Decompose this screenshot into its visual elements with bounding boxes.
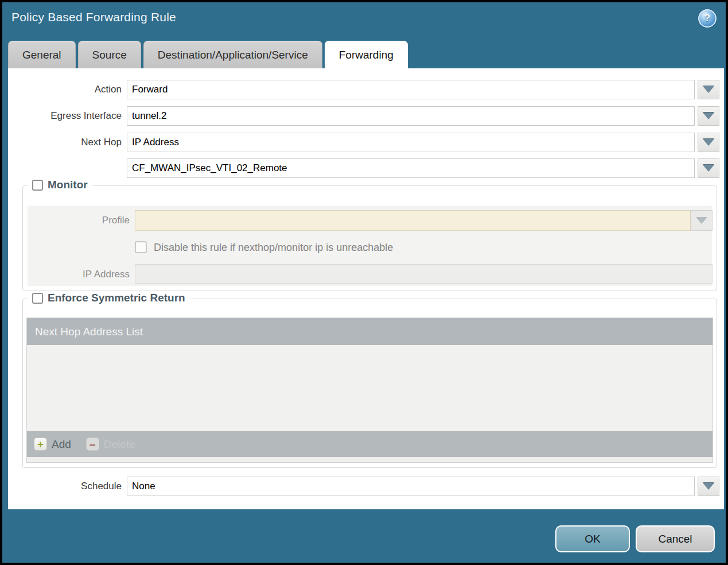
cancel-button[interactable]: Cancel [636, 525, 715, 552]
schedule-dropdown-button[interactable] [698, 477, 719, 496]
tab-destination-application-service[interactable]: Destination/Application/Service [143, 41, 322, 69]
delete-button: – Delete [86, 438, 135, 451]
profile-dropdown-button [691, 210, 713, 231]
monitor-ip-address-field [135, 264, 713, 284]
plus-icon: + [34, 438, 47, 451]
chevron-down-icon [703, 86, 714, 93]
enforce-symmetric-return-legend: Enforce Symmetric Return [28, 292, 190, 304]
monitor-checkbox[interactable] [32, 180, 43, 191]
schedule-row: Schedule [8, 477, 724, 496]
monitor-title: Monitor [48, 179, 88, 191]
disable-rule-label: Disable this rule if nexthop/monitor ip … [154, 241, 393, 254]
next-hop-address-select[interactable] [127, 158, 695, 178]
next-hop-address-row [8, 158, 724, 178]
chevron-down-icon [703, 483, 714, 490]
monitor-inner-panel: Profile Disable this rule if nexthop/mon… [28, 206, 712, 286]
egress-interface-row: Egress Interface [8, 106, 724, 126]
next-hop-type-select[interactable] [127, 133, 695, 152]
next-hop-address-list-toolbar: + Add – Delete [27, 431, 713, 457]
dialog-title: Policy Based Forwarding Rule [11, 10, 176, 24]
monitor-ip-address-label: IP Address [28, 269, 130, 280]
monitor-legend: Monitor [28, 179, 92, 191]
action-select[interactable] [127, 80, 695, 99]
egress-interface-dropdown-button[interactable] [698, 106, 719, 126]
enforce-symmetric-return-section: Enforce Symmetric Return Next Hop Addres… [22, 299, 717, 468]
tab-bar: General Source Destination/Application/S… [8, 41, 408, 69]
add-button-label: Add [52, 438, 71, 451]
egress-interface-label: Egress Interface [8, 106, 122, 126]
next-hop-type-dropdown-button[interactable] [698, 133, 719, 152]
enforce-symmetric-return-checkbox[interactable] [32, 293, 43, 304]
next-hop-label: Next Hop [8, 133, 122, 152]
monitor-section: Monitor Profile Disable this rule if nex… [22, 185, 717, 291]
table-scroll-strip [27, 457, 713, 462]
next-hop-row: Next Hop [8, 133, 724, 152]
delete-button-label: Delete [104, 438, 135, 451]
tab-general[interactable]: General [8, 41, 76, 69]
ok-button[interactable]: OK [555, 525, 630, 552]
action-label: Action [8, 80, 122, 99]
schedule-select[interactable] [127, 477, 695, 496]
minus-icon: – [86, 438, 99, 451]
chevron-down-icon-disabled [696, 217, 707, 224]
schedule-label: Schedule [8, 477, 122, 496]
chevron-down-icon [696, 217, 707, 224]
chevron-down-icon [703, 113, 714, 119]
profile-label: Profile [28, 215, 130, 226]
profile-select [135, 210, 691, 231]
tab-source[interactable]: Source [78, 41, 141, 69]
forwarding-tab-panel: Action Egress Interface Next Hop [8, 68, 724, 509]
next-hop-address-list-header: Next Hop Address List [27, 318, 713, 345]
egress-interface-select[interactable] [127, 106, 695, 126]
disable-rule-checkbox [135, 241, 147, 253]
action-row: Action [8, 80, 724, 99]
next-hop-address-list-table: Next Hop Address List + Add – Delete [26, 318, 713, 463]
next-hop-address-dropdown-button[interactable] [698, 158, 719, 178]
chevron-down-icon [703, 139, 714, 146]
next-hop-address-list-body[interactable] [27, 345, 713, 431]
tab-forwarding[interactable]: Forwarding [325, 41, 408, 69]
pbf-rule-dialog: Policy Based Forwarding Rule ? General S… [0, 0, 728, 565]
question-mark-glyph: ? [704, 13, 710, 24]
chevron-down-icon [703, 165, 714, 172]
enforce-symmetric-return-title: Enforce Symmetric Return [48, 292, 185, 304]
add-button[interactable]: + Add [34, 438, 71, 451]
help-icon[interactable]: ? [698, 9, 717, 28]
action-dropdown-button[interactable] [698, 80, 719, 99]
